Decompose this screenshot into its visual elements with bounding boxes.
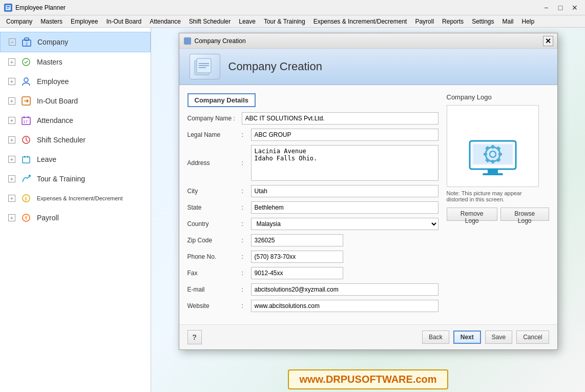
sidebar-item-employee[interactable]: + Employee bbox=[0, 72, 151, 91]
menu-settings[interactable]: Settings bbox=[468, 17, 498, 26]
logo-display-box bbox=[447, 105, 539, 187]
input-phone[interactable] bbox=[251, 251, 343, 263]
input-email[interactable] bbox=[251, 283, 438, 296]
sidebar-item-masters[interactable]: + Masters bbox=[0, 52, 151, 72]
input-zipcode[interactable] bbox=[251, 234, 343, 246]
inout-icon bbox=[20, 95, 32, 107]
expander-tour[interactable]: + bbox=[8, 175, 15, 182]
sidebar-item-inout[interactable]: + In-Out Board bbox=[0, 91, 151, 111]
form-section: Company Details Company Name : Legal Nam… bbox=[187, 93, 438, 316]
expander-employee[interactable]: + bbox=[8, 78, 15, 85]
label-website: Website bbox=[187, 302, 239, 310]
label-city: City bbox=[187, 188, 239, 195]
expenses-icon: $ bbox=[20, 193, 32, 204]
modal-titlebar: Company Creation ✕ bbox=[179, 33, 557, 49]
sidebar-label-expenses: Expenses & Increment/Decrement bbox=[37, 195, 123, 201]
menu-bar: Company Masters Employee In-Out Board At… bbox=[0, 15, 585, 28]
label-company-name: Company Name : bbox=[187, 115, 239, 122]
expander-payroll[interactable]: + bbox=[8, 214, 15, 221]
svg-rect-25 bbox=[184, 37, 191, 45]
input-fax[interactable] bbox=[251, 267, 343, 279]
expander-inout[interactable]: + bbox=[8, 97, 15, 105]
svg-rect-45 bbox=[473, 145, 512, 164]
sidebar-item-company[interactable]: − Company bbox=[0, 32, 151, 52]
browse-logo-button[interactable]: Browse Logo bbox=[500, 208, 549, 221]
svg-point-15 bbox=[29, 175, 31, 177]
menu-masters[interactable]: Masters bbox=[36, 17, 67, 26]
label-fax: Fax bbox=[187, 270, 239, 277]
next-button[interactable]: Next bbox=[453, 331, 481, 344]
minimize-button[interactable]: − bbox=[540, 3, 552, 13]
company-icon bbox=[21, 36, 32, 48]
form-row-country: Country : Malaysia USA India UK Australi… bbox=[187, 218, 438, 230]
expander-masters[interactable]: + bbox=[8, 58, 15, 66]
sidebar-label-tour: Tour & Training bbox=[37, 175, 85, 183]
label-zipcode: Zip Code bbox=[187, 237, 239, 244]
sidebar-label-company: Company bbox=[37, 38, 68, 46]
menu-shift[interactable]: Shift Scheduler bbox=[185, 17, 235, 26]
expander-company[interactable]: − bbox=[9, 38, 16, 46]
section-title-button[interactable]: Company Details bbox=[187, 93, 256, 107]
label-email: E-mail bbox=[187, 286, 239, 293]
input-company-name[interactable] bbox=[242, 112, 438, 125]
masters-icon bbox=[20, 56, 32, 68]
menu-reports[interactable]: Reports bbox=[438, 17, 468, 26]
label-country: Country bbox=[187, 220, 239, 228]
svg-rect-4 bbox=[25, 38, 29, 40]
menu-company[interactable]: Company bbox=[2, 17, 36, 26]
help-button[interactable]: ? bbox=[187, 330, 202, 344]
menu-leave[interactable]: Leave bbox=[235, 17, 260, 26]
maximize-button[interactable]: □ bbox=[554, 3, 567, 13]
svg-rect-2 bbox=[7, 8, 9, 9]
save-button[interactable]: Save bbox=[485, 331, 512, 344]
expander-leave[interactable]: + bbox=[8, 156, 15, 163]
content-area: Company Creation ✕ bbox=[151, 28, 585, 392]
sidebar-item-attendance[interactable]: + 17 Attendance bbox=[0, 111, 151, 130]
svg-point-7 bbox=[24, 78, 28, 82]
menu-inout[interactable]: In-Out Board bbox=[102, 17, 145, 26]
sidebar-item-expenses[interactable]: + $ Expenses & Increment/Decrement bbox=[0, 189, 151, 208]
menu-payroll[interactable]: Payroll bbox=[411, 17, 438, 26]
svg-rect-5 bbox=[26, 42, 28, 46]
input-state[interactable] bbox=[251, 201, 438, 214]
sidebar-item-leave[interactable]: + Leave bbox=[0, 150, 151, 169]
leave-icon bbox=[20, 154, 32, 165]
remove-logo-button[interactable]: Remove Logo bbox=[447, 208, 497, 221]
close-button[interactable]: ✕ bbox=[569, 3, 581, 13]
expander-shift[interactable]: + bbox=[8, 136, 15, 143]
cancel-button[interactable]: Cancel bbox=[516, 331, 549, 344]
svg-text:$: $ bbox=[25, 196, 27, 201]
app-title: Employee Planner bbox=[15, 4, 66, 11]
form-row-city: City : bbox=[187, 185, 438, 197]
select-country[interactable]: Malaysia USA India UK Australia bbox=[251, 218, 438, 230]
modal-close-button[interactable]: ✕ bbox=[543, 36, 553, 46]
form-row-phone: Phone No. : bbox=[187, 251, 438, 263]
form-row-zipcode: Zip Code : bbox=[187, 234, 438, 246]
menu-expenses[interactable]: Expenses & Increment/Decrement bbox=[309, 17, 411, 26]
expander-expenses[interactable]: + bbox=[8, 195, 15, 202]
menu-tour[interactable]: Tour & Training bbox=[260, 17, 309, 26]
input-city[interactable] bbox=[251, 185, 438, 197]
back-button[interactable]: Back bbox=[422, 331, 449, 344]
sidebar-item-payroll[interactable]: + ₹ Payroll bbox=[0, 208, 151, 228]
menu-help[interactable]: Help bbox=[518, 17, 539, 26]
menu-employee[interactable]: Employee bbox=[67, 17, 102, 26]
sidebar-item-shift[interactable]: + Shift Scheduler bbox=[0, 130, 151, 150]
attendance-icon: 17 bbox=[20, 115, 32, 126]
input-legal-name[interactable] bbox=[251, 129, 438, 141]
label-address: Address bbox=[187, 159, 239, 167]
svg-rect-33 bbox=[488, 169, 498, 173]
input-website[interactable] bbox=[251, 300, 438, 312]
modal-body: Company Details Company Name : Legal Nam… bbox=[179, 85, 557, 324]
form-row-website: Website : bbox=[187, 300, 438, 312]
modal-overlay: Company Creation ✕ bbox=[151, 28, 585, 392]
expander-attendance[interactable]: + bbox=[8, 117, 15, 124]
menu-attendance[interactable]: Attendance bbox=[145, 17, 185, 26]
input-address[interactable]: Lacinia Avenue Idaho Falls Ohio. bbox=[251, 145, 438, 181]
payroll-icon: ₹ bbox=[20, 212, 32, 223]
svg-rect-14 bbox=[23, 157, 30, 163]
sidebar-label-shift: Shift Scheduler bbox=[37, 136, 86, 144]
form-row-address: Address : Lacinia Avenue Idaho Falls Ohi… bbox=[187, 145, 438, 181]
sidebar-item-tour[interactable]: + Tour & Training bbox=[0, 169, 151, 189]
menu-mail[interactable]: Mail bbox=[498, 17, 517, 26]
